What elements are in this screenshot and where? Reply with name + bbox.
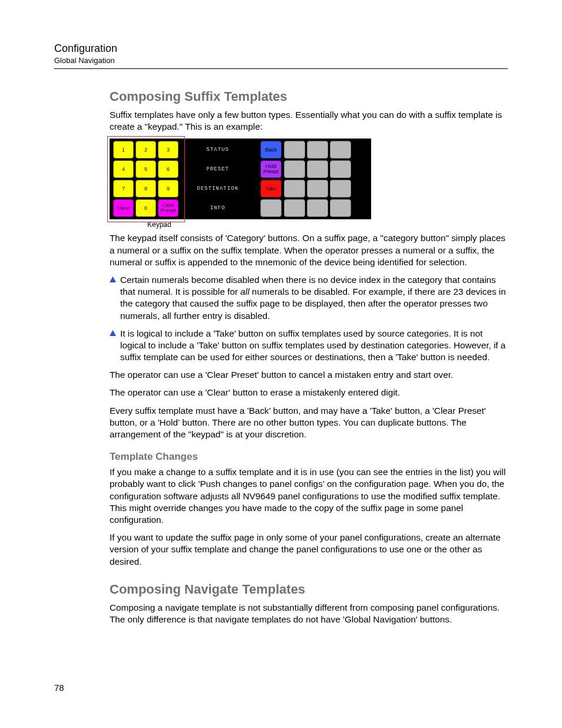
- heading-composing-navigate: Composing Navigate Templates: [110, 582, 508, 597]
- keypad-number-grid: 1 2 3 4 5 6 7 8 9 Clear 0 Clear Preset: [113, 141, 178, 217]
- svg-marker-0: [110, 276, 116, 282]
- paragraph-after-keypad: The keypad itself consists of 'Category'…: [110, 232, 508, 268]
- key-6[interactable]: 6: [158, 160, 178, 178]
- paragraph-intro: Suffix templates have only a few button …: [110, 109, 508, 133]
- keypad-panel: 1 2 3 4 5 6 7 8 9 Clear 0 Clear Preset S…: [110, 139, 371, 219]
- key-8[interactable]: 8: [135, 180, 156, 197]
- keypad-figure: 1 2 3 4 5 6 7 8 9 Clear 0 Clear Preset S…: [110, 139, 371, 229]
- bullet-text: It is logical to include a 'Take' button…: [120, 328, 508, 364]
- paragraph-navigate: Composing a navigate template is not sub…: [110, 602, 508, 625]
- main-content: Composing Suffix Templates Suffix templa…: [110, 89, 508, 625]
- bullet-item: It is logical to include a 'Take' button…: [110, 328, 508, 364]
- key-clear[interactable]: Clear: [113, 199, 134, 217]
- blank-button[interactable]: [307, 141, 328, 159]
- key-clear-preset[interactable]: Clear Preset: [158, 199, 178, 217]
- lcd-destination: DESTINATION: [181, 180, 254, 197]
- page-header: Configuration Global Navigation: [54, 42, 508, 69]
- blank-button[interactable]: [330, 141, 351, 159]
- blank-button[interactable]: [284, 180, 305, 197]
- paragraph-must-have: Every suffix template must have a 'Back'…: [110, 405, 508, 441]
- back-button[interactable]: Back: [260, 141, 282, 159]
- blank-button[interactable]: [330, 180, 351, 197]
- heading-composing-suffix: Composing Suffix Templates: [110, 89, 508, 104]
- blank-button[interactable]: [307, 180, 328, 197]
- blank-button[interactable]: [284, 199, 305, 217]
- action-column: Back Hold Preset Take: [260, 141, 282, 217]
- key-1[interactable]: 1: [113, 141, 134, 159]
- blank-button[interactable]: [330, 199, 351, 217]
- triangle-bullet-icon: [110, 330, 120, 364]
- blank-button[interactable]: [307, 199, 328, 217]
- blank-button[interactable]: [284, 160, 305, 178]
- paragraph-tc1: If you make a change to a suffix templat…: [110, 466, 508, 526]
- blank-button[interactable]: [260, 199, 282, 217]
- header-title: Configuration: [54, 42, 508, 55]
- bullet-text: Certain numerals become disabled when th…: [120, 274, 508, 322]
- heading-template-changes: Template Changes: [110, 451, 508, 463]
- lcd-status: STATUS: [181, 141, 254, 159]
- key-0[interactable]: 0: [135, 199, 156, 217]
- take-button[interactable]: Take: [260, 180, 282, 197]
- page-number: 78: [54, 683, 64, 693]
- triangle-bullet-icon: [110, 276, 120, 322]
- paragraph-clear: The operator can use a 'Clear' button to…: [110, 387, 508, 398]
- bullet-item: Certain numerals become disabled when th…: [110, 274, 508, 322]
- blank-button[interactable]: [307, 160, 328, 178]
- paragraph-clear-preset: The operator can use a 'Clear Preset' bu…: [110, 369, 508, 381]
- hold-preset-button[interactable]: Hold Preset: [260, 160, 282, 178]
- blank-button[interactable]: [330, 160, 351, 178]
- key-3[interactable]: 3: [158, 141, 178, 159]
- lcd-preset: PRESET: [181, 160, 254, 178]
- paragraph-tc2: If you want to update the suffix page in…: [110, 532, 508, 568]
- lcd-info: INFO: [181, 199, 254, 217]
- lcd-column: STATUS PRESET DESTINATION INFO: [181, 141, 254, 217]
- header-subtitle: Global Navigation: [54, 56, 508, 65]
- key-4[interactable]: 4: [113, 160, 134, 178]
- key-5[interactable]: 5: [135, 160, 156, 178]
- keypad-caption: Keypad: [147, 220, 371, 229]
- key-7[interactable]: 7: [113, 180, 134, 197]
- header-rule: [54, 68, 508, 69]
- key-2[interactable]: 2: [135, 141, 156, 159]
- blank-grid: [284, 141, 351, 217]
- svg-marker-1: [110, 330, 116, 336]
- blank-button[interactable]: [284, 141, 305, 159]
- key-9[interactable]: 9: [158, 180, 178, 197]
